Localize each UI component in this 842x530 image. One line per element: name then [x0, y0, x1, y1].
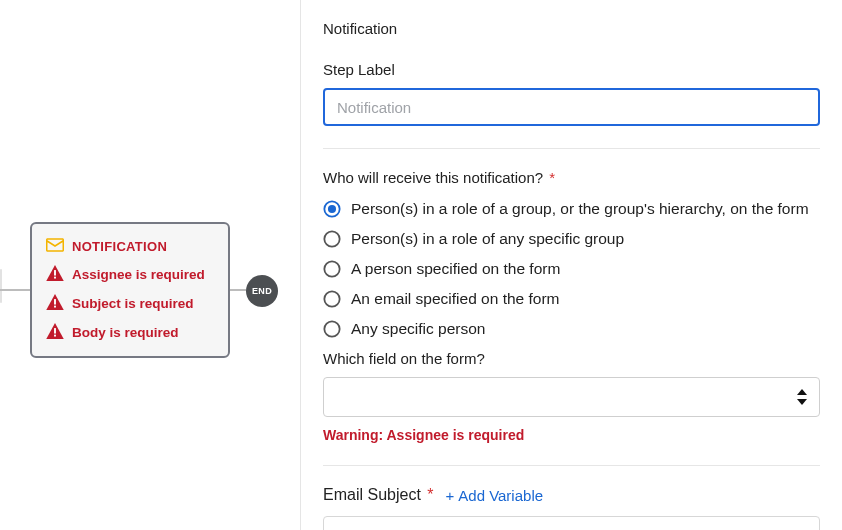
- workflow-node-end[interactable]: END: [246, 275, 278, 307]
- radio-option-3[interactable]: An email specified on the form: [323, 290, 820, 308]
- radio-option-2[interactable]: A person specified on the form: [323, 260, 820, 278]
- radio-label: Any specific person: [351, 320, 485, 338]
- svg-rect-5: [54, 335, 56, 337]
- error-text: Subject is required: [72, 296, 194, 311]
- connector-stub: [0, 269, 2, 303]
- svg-rect-1: [54, 277, 56, 279]
- radio-label: A person specified on the form: [351, 260, 560, 278]
- svg-point-10: [324, 291, 339, 306]
- workflow-canvas: NOTIFICATION Assignee is required Subjec…: [0, 0, 300, 530]
- svg-point-7: [328, 205, 336, 213]
- svg-point-9: [324, 261, 339, 276]
- add-variable-link[interactable]: + Add Variable: [446, 487, 544, 504]
- end-label: END: [252, 286, 272, 296]
- envelope-icon: [46, 238, 64, 255]
- required-asterisk: *: [427, 486, 433, 503]
- properties-panel: Notification Step Label Who will receive…: [300, 0, 842, 530]
- email-subject-input[interactable]: [323, 516, 820, 530]
- svg-rect-4: [54, 328, 56, 333]
- which-field-select[interactable]: [323, 377, 820, 417]
- step-label-input[interactable]: [323, 88, 820, 126]
- radio-option-4[interactable]: Any specific person: [323, 320, 820, 338]
- node-header: NOTIFICATION: [46, 238, 214, 255]
- connector-line-left: [0, 289, 30, 291]
- error-text: Assignee is required: [72, 267, 205, 282]
- svg-rect-3: [54, 306, 56, 308]
- radio-label: An email specified on the form: [351, 290, 560, 308]
- radio-label: Person(s) in a role of any specific grou…: [351, 230, 624, 248]
- radio-label: Person(s) in a role of a group, or the g…: [351, 200, 809, 218]
- plus-icon: +: [446, 487, 455, 504]
- radio-button-selected-icon: [323, 200, 341, 218]
- warning-triangle-icon: [46, 323, 64, 342]
- svg-rect-2: [54, 299, 56, 304]
- node-title: NOTIFICATION: [72, 239, 167, 254]
- radio-button-icon: [323, 260, 341, 278]
- email-subject-label: Email Subject *: [323, 486, 434, 504]
- svg-rect-0: [54, 270, 56, 275]
- node-error: Assignee is required: [46, 265, 214, 284]
- node-error: Subject is required: [46, 294, 214, 313]
- recipient-question: Who will receive this notification? *: [323, 169, 820, 186]
- connector-line-right: [230, 289, 246, 291]
- warning-triangle-icon: [46, 265, 64, 284]
- error-text: Body is required: [72, 325, 179, 340]
- which-field-label: Which field on the form?: [323, 350, 820, 367]
- step-label-label: Step Label: [323, 61, 820, 78]
- radio-option-0[interactable]: Person(s) in a role of a group, or the g…: [323, 200, 820, 218]
- radio-button-icon: [323, 230, 341, 248]
- add-variable-text: Add Variable: [458, 487, 543, 504]
- required-asterisk: *: [549, 169, 555, 186]
- assignee-warning: Warning: Assignee is required: [323, 427, 820, 443]
- recipient-question-text: Who will receive this notification?: [323, 169, 543, 186]
- radio-option-1[interactable]: Person(s) in a role of any specific grou…: [323, 230, 820, 248]
- email-subject-text: Email Subject: [323, 486, 421, 503]
- svg-point-11: [324, 321, 339, 336]
- radio-button-icon: [323, 320, 341, 338]
- warning-triangle-icon: [46, 294, 64, 313]
- radio-button-icon: [323, 290, 341, 308]
- panel-title: Notification: [323, 20, 820, 37]
- node-error: Body is required: [46, 323, 214, 342]
- workflow-node-notification[interactable]: NOTIFICATION Assignee is required Subjec…: [30, 222, 230, 358]
- svg-point-8: [324, 231, 339, 246]
